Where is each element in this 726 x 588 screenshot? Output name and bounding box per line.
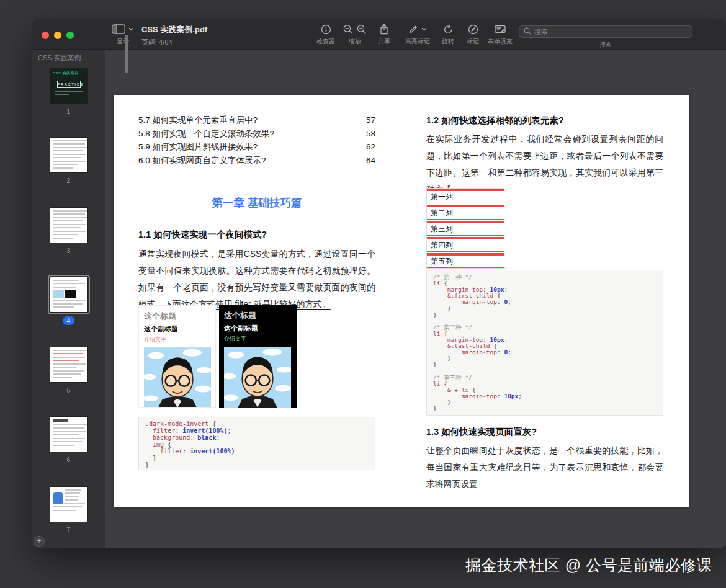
toc: 5.7 如何实现单个元素垂直居中?575.8 如何实现一个自定义滚动条效果?58… [138,114,375,167]
code-line: /* 第二种 */ [433,324,657,331]
thumbnail-page-1[interactable]: CSS 实践案例PRACTICE1 [32,68,105,115]
thumbnail-image[interactable] [50,487,87,522]
thumbnail-number: 4 [63,316,75,325]
dark-mode-demo-images: 这个标题 这个副标题 介绍文字 [138,305,297,408]
demo-card-light: 这个标题 这个副标题 介绍文字 [138,305,216,408]
demo-card-title: 这个标题 [224,310,292,321]
list-spacing-demo: 第一列第二列第三列第四列第五列 [426,188,504,269]
demo-card-dark: 这个标题 这个副标题 介绍文字 [219,305,297,408]
form-fill-icon [495,24,506,34]
rotate-icon [443,24,454,35]
zoom-buttons[interactable]: 缩放 [343,24,367,46]
code-line: img { [145,441,369,448]
chevron-down-icon[interactable] [421,27,427,31]
code-block-list: /* 第一种 */li { margin-top: 10px; &:first-… [426,270,663,416]
code-line: } [433,399,657,406]
chevron-down-icon [128,27,134,31]
sidebar-document-name: CSS 实践案例… [38,53,99,63]
list-demo-row: 第一列 [427,189,504,203]
avatar-illustration [224,347,291,408]
highlight-button[interactable]: 高亮标记 [405,24,430,46]
code-line: margin-top: 0; [433,349,657,355]
thumbnail-image[interactable] [50,417,87,452]
toc-row[interactable]: 6.0 如何实现网页自定义字体展示?64 [138,154,375,167]
code-line: filter: invert(100%); [145,427,369,434]
demo-card-caption: 介绍文字 [224,335,292,343]
code-line: filter: invert(100%) [145,448,369,455]
code-line: margin-top: 0; [433,299,657,305]
sidebar-zoom-button[interactable]: + [34,536,45,547]
thumbnail-page-6[interactable]: 6 [32,417,105,463]
rotate-button[interactable]: 旋转 [442,24,454,46]
zoom-out-icon[interactable] [343,24,354,35]
avatar-illustration [144,347,211,408]
form-fill-button[interactable]: 表单填充 [488,24,513,46]
list-demo-row: 第二列 [427,205,504,220]
toc-label: 5.7 如何实现单个元素垂直居中? [138,114,258,127]
inspector-button[interactable]: 检查器 [316,24,335,46]
sidebar-toggle-button[interactable]: 显示 [112,24,134,46]
thumbnail-number: 1 [67,107,71,115]
watermark: 掘金技术社区 @ 公号是前端必修课 [465,555,712,576]
thumbnail-image[interactable] [50,277,87,312]
thumbnail-image[interactable] [50,208,87,243]
demo-card-subtitle: 这个副标题 [144,324,210,334]
code-block-dark-mode: .dark-mode-invert { filter: invert(100%)… [138,417,375,470]
minimize-button[interactable] [54,32,61,39]
fullscreen-button[interactable] [66,32,74,39]
toc-page-number: 58 [366,127,375,141]
share-button[interactable]: 共享 [378,24,390,46]
list-demo-row: 第四列 [427,237,504,252]
thumbnail-number: 3 [67,247,71,254]
list-demo-row: 第五列 [427,253,504,268]
search-input[interactable] [534,28,688,35]
thumbnail-number: 5 [67,386,71,394]
search-field[interactable] [519,25,692,38]
thumbnail-number: 6 [67,456,71,463]
section-1-1-title: 1.1 如何快速实现一个夜间模式? [138,229,375,241]
highlighter-icon [408,24,418,34]
code-line: } [433,312,657,318]
demo-card-subtitle: 这个副标题 [224,324,292,333]
code-line: /* 第一种 */ [433,274,657,280]
thumbnail-image[interactable] [50,347,87,382]
info-icon [321,24,331,35]
toc-row[interactable]: 5.9 如何实现图片斜线拼接效果?62 [138,140,375,154]
search-label: 搜索 [599,40,612,49]
thumbnail-page-7[interactable]: 7 [32,487,105,533]
inspector-label: 检查器 [316,37,335,46]
zoom-in-icon[interactable] [357,24,367,35]
toc-label: 5.8 如何实现一个自定义滚动条效果? [138,127,274,141]
toc-row[interactable]: 5.7 如何实现单个元素垂直居中?57 [138,114,375,127]
thumbnail-image[interactable] [50,138,87,172]
share-icon [379,24,389,35]
section-1-3-paragraph: 让整个页面瞬间处于灰度状态，是一个很重要的技能，比如，每当国家有重大灾难纪念日等… [426,442,663,492]
title-block: CSS 实践案例.pdf 页码: 4/64 [141,24,207,47]
code-line: .dark-mode-invert { [145,421,369,427]
sidebar-scrollbar[interactable] [125,35,128,73]
thumbnail-page-3[interactable]: 3 [32,208,105,254]
code-line: } [433,362,657,368]
toc-label: 6.0 如何实现网页自定义字体展示? [138,154,266,167]
pdf-viewport[interactable]: 5.7 如何实现单个元素垂直居中?575.8 如何实现一个自定义滚动条效果?58… [105,50,726,548]
zoom-label: 缩放 [349,37,361,46]
page-indicator: 页码: 4/64 [141,38,207,47]
code-line: } [145,461,369,468]
thumbnail-sidebar: CSS 实践案例… CSS 实践案例PRACTICE1234567 [32,50,105,548]
demo-card-title: 这个标题 [144,311,210,322]
thumbnail-page-4[interactable]: 4 [32,277,105,325]
pdf-page: 5.7 如何实现单个元素垂直居中?575.8 如何实现一个自定义滚动条效果?58… [114,95,689,507]
thumbnail-number: 7 [67,526,71,533]
code-line: background: black; [145,434,369,441]
preview-window: 显示 CSS 实践案例.pdf 页码: 4/64 检查器 [32,19,726,548]
code-line: } [433,406,657,412]
close-button[interactable] [42,32,49,39]
titlebar: 显示 CSS 实践案例.pdf 页码: 4/64 检查器 [32,19,726,50]
markup-button[interactable]: 标记 [467,24,479,46]
thumbnail-image[interactable]: CSS 实践案例PRACTICE [50,68,87,103]
toc-row[interactable]: 5.8 如何实现一个自定义滚动条效果?58 [138,127,375,141]
form-fill-label: 表单填充 [488,37,513,46]
thumbnail-page-2[interactable]: 2 [32,138,105,184]
thumbnail-page-5[interactable]: 5 [32,347,105,394]
markup-pen-icon [468,24,478,35]
